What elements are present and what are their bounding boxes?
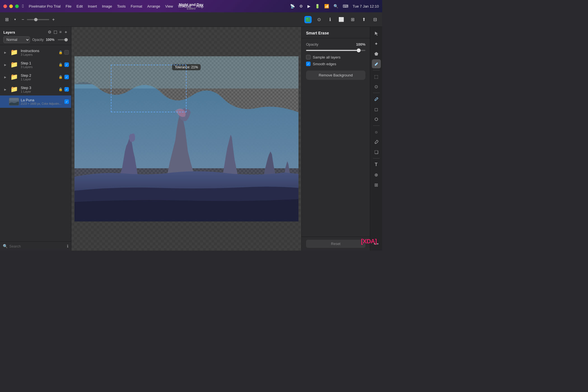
zoom-minus-button[interactable]: − <box>20 16 26 23</box>
opacity-panel-slider[interactable] <box>306 50 365 51</box>
close-button[interactable] <box>3 4 7 8</box>
tool-brush[interactable] <box>372 95 381 104</box>
opacity-label: Opacity <box>32 38 44 42</box>
layers-action-add[interactable]: ＋ <box>64 30 68 35</box>
layer-sub-instructions: 3 Layers <box>21 53 57 56</box>
sample-all-layers-checkbox[interactable] <box>306 55 311 59</box>
menu-tools[interactable]: Tools <box>115 3 128 9</box>
remove-background-button[interactable]: Remove Background <box>306 71 365 80</box>
layer-item-step2[interactable]: ▶ 📁 Step 2 1 Layer 🔒 ✓ <box>0 71 71 83</box>
search-icon-menu[interactable]: 🔍 <box>333 4 338 8</box>
zoom-plus-button[interactable]: + <box>50 16 56 23</box>
vis-check-step1[interactable]: ✓ <box>64 62 69 67</box>
layers-list: ▶ 📁 Instructions 3 Layers 🔒 ▶ 📁 Step 1 3… <box>0 45 71 241</box>
tool-dodge[interactable]: ☼ <box>372 127 381 136</box>
vis-check-step3[interactable]: ✓ <box>64 87 69 92</box>
layer-info-instructions: Instructions 3 Layers <box>21 49 57 56</box>
opacity-panel-label: Opacity <box>306 42 318 46</box>
tool-eraser[interactable]: ◻ <box>372 105 381 114</box>
tool-eyedropper[interactable] <box>372 137 381 146</box>
layers-action-select[interactable]: ⊙ <box>48 30 51 35</box>
layer-name-step2: Step 2 <box>21 73 57 78</box>
menu-view[interactable]: View <box>163 3 175 9</box>
layer-name-lapuna: La Puna <box>21 98 63 102</box>
tool-fill[interactable]: ⬟ <box>372 49 381 58</box>
menu-image[interactable]: Image <box>100 3 114 9</box>
layers-search-bar: 🔍 ℹ <box>0 241 71 251</box>
zoom-slider[interactable] <box>27 19 49 20</box>
layers-title-row: Layers ⊙ ⬚ ≡ ＋ <box>3 30 68 35</box>
tool-smart-erase[interactable] <box>372 59 381 68</box>
tool-magic-wand[interactable]: ✦ <box>372 39 381 48</box>
layers-actions: ⊙ ⬚ ≡ ＋ <box>48 30 68 35</box>
xda-text: XDA <box>363 238 375 245</box>
expand-icon-lapuna <box>3 100 7 104</box>
layers-header: Layers ⊙ ⬚ ≡ ＋ Normal Opacity 100% <box>0 27 71 45</box>
opacity-slider[interactable] <box>58 39 68 40</box>
layers-panel: Layers ⊙ ⬚ ≡ ＋ Normal Opacity 100% <box>0 27 71 251</box>
layers-action-stack[interactable]: ≡ <box>59 30 62 35</box>
panel-toggle-button[interactable]: ⊞ <box>3 16 10 23</box>
tool-transform[interactable]: ⊞ <box>372 180 381 189</box>
lock-icon-step3: 🔒 <box>58 87 63 91</box>
layout-icon[interactable]: ⊟ <box>371 16 379 24</box>
share-icon[interactable]: ⬆ <box>360 16 368 24</box>
expand-icon-step3[interactable]: ▶ <box>3 87 7 91</box>
vis-checkbox-instructions[interactable] <box>64 50 69 55</box>
menu-format[interactable]: Format <box>129 3 144 9</box>
blend-mode-select[interactable]: Normal <box>3 36 30 43</box>
opacity-panel-value: 100% <box>356 42 365 46</box>
layers-action-mask[interactable]: ⬚ <box>53 30 57 35</box>
xda-logo: [XDA] <box>361 238 377 245</box>
system-icon-1: 📡 <box>290 4 295 8</box>
menu-arrange[interactable]: Arrange <box>145 3 162 9</box>
reset-button[interactable]: Reset <box>306 240 365 248</box>
layer-info-lapuna: La Puna 2133 × 1600 px, Color Adjustm... <box>21 98 63 105</box>
tool-zoom[interactable]: ⊕ <box>372 170 381 179</box>
zoom-thumb <box>34 18 38 21</box>
menu-appname[interactable]: Pixelmator Pro Trial <box>27 3 63 9</box>
tool-clone-stamp[interactable]: ❏ <box>372 148 381 157</box>
layer-item-step3[interactable]: ▶ 📁 Step 3 1 Layer 🔒 ✓ <box>0 83 71 95</box>
smart-erase-panel: Smart Erase Opacity 100% Sample all laye… <box>301 27 370 251</box>
layer-sub-step3: 1 Layer <box>21 90 57 93</box>
layer-icons-instructions: 🔒 <box>58 50 69 55</box>
apple-menu[interactable]:  <box>22 4 24 9</box>
expand-icon-instructions[interactable]: ▶ <box>3 50 7 54</box>
transform-icon[interactable]: ⬜ <box>337 16 345 24</box>
menu-insert[interactable]: Insert <box>86 3 99 9</box>
expand-icon-step2[interactable]: ▶ <box>3 75 7 79</box>
document-status: Edited <box>179 7 203 10</box>
document-title: Night and Day <box>179 3 203 7</box>
add-search-filter-icon[interactable]: ℹ <box>67 244 68 248</box>
tool-smudge[interactable] <box>372 115 381 124</box>
align-icon[interactable]: ⊞ <box>349 16 356 24</box>
tool-cursor[interactable] <box>372 29 381 38</box>
vis-check-lapuna[interactable]: ✓ <box>64 99 69 104</box>
canvas-wrapper[interactable]: Tolerance: 21% <box>74 56 298 221</box>
fullscreen-button[interactable] <box>15 4 19 8</box>
adjustments-icon[interactable]: ⊙ <box>315 16 323 24</box>
menu-edit[interactable]: Edit <box>74 3 85 9</box>
layer-item-lapuna[interactable]: La Puna 2133 × 1600 px, Color Adjustm...… <box>0 95 71 108</box>
expand-icon-step1[interactable]: ▶ <box>3 63 7 67</box>
info-icon[interactable]: ℹ <box>326 16 334 24</box>
smooth-edges-checkbox[interactable]: ✓ <box>306 62 311 66</box>
layer-item-step1[interactable]: ▶ 📁 Step 1 3 Layers 🔒 ✓ <box>0 59 71 71</box>
menu-file[interactable]: File <box>63 3 74 9</box>
canvas-area[interactable]: Tolerance: 21% <box>71 27 301 251</box>
siri-icon[interactable]: ⌨ <box>343 4 348 8</box>
tool-text[interactable]: T <box>372 160 381 169</box>
layer-item-instructions[interactable]: ▶ 📁 Instructions 3 Layers 🔒 <box>0 46 71 59</box>
tool-sep-4 <box>373 158 380 158</box>
vis-check-step2[interactable]: ✓ <box>64 75 69 79</box>
color-picker-toolbar[interactable] <box>304 16 312 23</box>
wifi-icon: 📶 <box>324 4 329 8</box>
minimize-button[interactable] <box>9 4 13 8</box>
tool-lasso[interactable]: ⊙ <box>372 82 381 91</box>
document-title-area: Night and Day Edited <box>179 3 203 10</box>
tool-selection-rect[interactable]: ⬚ <box>372 72 381 81</box>
opacity-panel-slider-thumb <box>357 48 361 52</box>
search-input[interactable] <box>9 244 65 248</box>
panel-toggle-arrow[interactable]: ▾ <box>13 17 18 22</box>
